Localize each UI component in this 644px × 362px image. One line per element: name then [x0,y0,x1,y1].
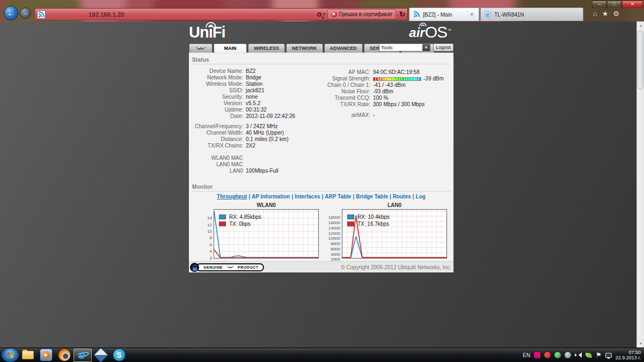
clock[interactable]: 07:50 22.9.2013 г. [616,350,641,360]
airos-logo: air OS ™ [409,25,451,40]
tray-app-icon[interactable] [534,352,540,358]
status-label: Chain 0 / Chain 1: [325,82,370,88]
scroll-up-icon[interactable]: ▲ [637,21,644,29]
taskbar-explorer-button[interactable] [19,349,37,362]
browser-tab-inactive[interactable]: e TL-WR841N [480,8,583,21]
content-panel: Status Device Name:BZ2Network Mode:Bridg… [189,53,453,261]
logout-button[interactable]: Logout [433,43,453,51]
action-center-flag-icon[interactable]: ⚑ [596,351,602,359]
status-value: -41 / -43 dBm [373,82,406,88]
scrollbar[interactable]: ▲ ▼ [636,21,644,348]
window-close-button[interactable]: ✕ [622,1,643,9]
monitor-links: Throughput|AP Information|Interfaces|ARP… [192,194,450,200]
taskbar-ie-button[interactable]: e [74,349,92,362]
home-icon[interactable]: ⌂ [593,10,597,18]
favorites-star-icon[interactable]: ★ [602,10,609,18]
chart-title: LAN0 [342,202,447,209]
scroll-down-icon[interactable]: ▼ [637,339,644,348]
monitor-link-log[interactable]: Log [416,194,426,200]
language-indicator[interactable]: EN [523,352,530,358]
copyright-text: © Copyright 2006-2012 Ubiquiti Networks,… [341,264,451,270]
monitor-link-interfaces[interactable]: Interfaces [295,194,320,200]
status-label: Date: [192,113,243,120]
status-value: 300 Mbps / 300 Mbps [373,101,425,108]
logo-row: UniFi air OS ™ [189,24,453,43]
status-label: Network Mode: [192,75,243,81]
refresh-icon[interactable]: ↻ [399,10,405,18]
status-label: Channel Width: [192,130,243,136]
rss-icon [38,11,45,18]
tab-ubiquiti-logo[interactable] [189,43,213,53]
tray-app-icon[interactable] [554,352,561,358]
window-minimize-button[interactable]: – [592,1,606,9]
address-bar[interactable]: 192.168.1.20 ▾ ✕ Грешка в сертификат ↻ [34,8,408,20]
browser-tab-active[interactable]: [BZ2] - Main ✕ [409,8,479,21]
status-label: airMAX: [325,112,370,119]
screen: – □ ✕ ← → 192.168.1.20 ▾ ✕ Грешка в [0,0,644,362]
status-value: 00:31:32 [246,107,267,113]
monitor-link-routes[interactable]: Routes [393,194,411,200]
certificate-error-button[interactable]: ✕ Грешка в сертификат [327,9,396,19]
window-controls: – □ ✕ [591,1,643,9]
forward-button[interactable]: → [20,8,31,19]
folder-icon [22,351,34,359]
skype-icon: S [113,349,125,361]
taskbar-mediaplayer-button[interactable]: ▶ [37,349,55,362]
tools-dropdown[interactable]: Tools: ▾ [379,43,430,51]
monitor-link-bridge-table[interactable]: Bridge Table [356,194,388,200]
monitor-heading: Monitor [192,184,450,191]
volume-icon[interactable] [575,352,582,358]
nav-tab-network[interactable]: NETWORK [286,43,323,53]
status-label: Channel/Frequency: [192,123,243,130]
status-row: airMAX:- [325,112,444,119]
system-tray: EN ⚑ 07:50 22.9.2013 г. [523,350,644,360]
status-row: Chain 0 / Chain 1:-41 / -43 dBm [325,82,444,88]
settings-gear-icon[interactable]: ⚙ [613,10,619,18]
status-label: Signal Strength: [325,76,370,82]
airos-page: UniFi air OS ™ [189,24,453,272]
virtualbox-icon [93,348,108,362]
airos-antenna-arcs [419,22,427,27]
status-label: TX/RX Chains: [192,143,243,149]
scrollbar-thumb[interactable] [638,31,643,90]
status-value: 2X2 [246,143,255,149]
taskbar-virtualbox-button[interactable] [92,349,110,362]
status-value: Station [246,81,262,87]
status-label: Noise Floor: [325,88,370,95]
tab-favicon-ie-icon: e [484,11,492,18]
ubiquiti-antenna-icon [225,265,235,269]
status-row: TX/RX Chains:2X2 [192,143,450,149]
legend-label: TX: 0bps [229,221,251,227]
status-value: v5.5.2 [246,100,260,107]
window-maximize-button[interactable]: □ [607,1,621,9]
svg-text:e: e [486,11,489,18]
search-button[interactable]: ▾ [317,12,325,17]
charts-row: WLAN01412108642Mbps 0RX: 4.85kbpsTX: 0bp… [192,202,450,258]
link-separator: | [390,194,391,200]
nav-tab-main[interactable]: MAIN [214,43,247,53]
status-row: Noise Floor:-93 dBm [325,88,444,95]
network-icon[interactable] [605,353,612,358]
legend-swatch [219,221,226,226]
chart-title: WLAN0 [214,202,319,209]
monitor-link-throughput[interactable]: Throughput [217,194,247,200]
taskbar-skype-button[interactable]: S [110,349,128,362]
status-label: Distance: [192,136,243,143]
url-text[interactable]: 192.168.1.20 [89,11,125,18]
search-icon [317,12,321,17]
monitor-link-ap-information[interactable]: AP Information [252,194,290,200]
status-value: -93 dBm [373,88,393,95]
tray-leaf-icon[interactable] [586,353,592,358]
status-row: LAN0100Mbps-Full [192,168,450,174]
status-row: Transmit CCQ:100 % [325,95,444,101]
tab-close-icon[interactable]: ✕ [468,11,475,18]
back-button[interactable]: ← [4,6,18,20]
tray-app-icon[interactable] [565,352,571,358]
nav-tab-wireless[interactable]: WIRELESS [248,43,285,53]
monitor-link-arp-table[interactable]: ARP Table [325,194,351,200]
start-button[interactable] [2,349,19,362]
taskbar-firefox-button[interactable] [55,349,74,362]
chart-wlan0: WLAN01412108642Mbps 0RX: 4.85kbpsTX: 0bp… [197,202,319,258]
nav-tab-advanced[interactable]: ADVANCED [324,43,363,53]
tray-app-icon[interactable] [544,352,551,358]
